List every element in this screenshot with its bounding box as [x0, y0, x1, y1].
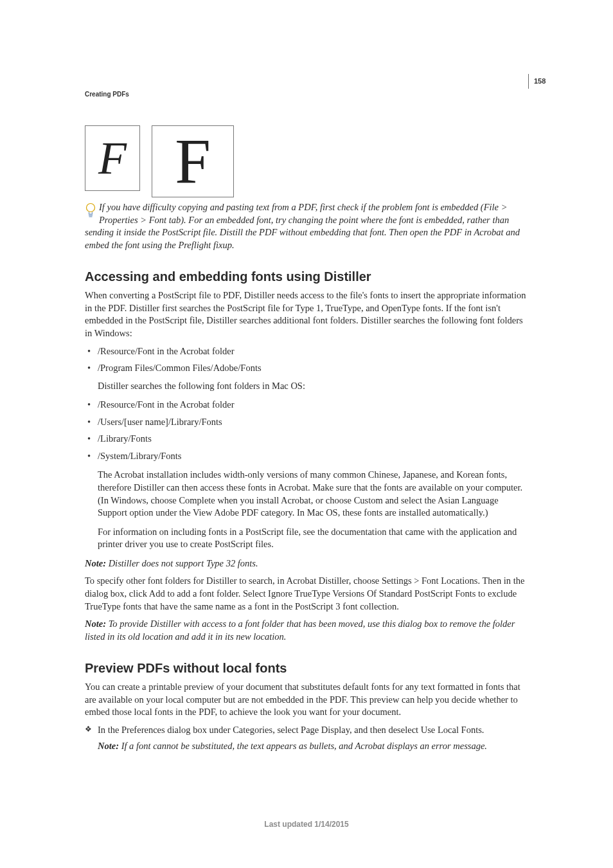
- list-item-text: /System/Library/Fonts: [98, 451, 182, 461]
- heading-distiller: Accessing and embedding fonts using Dist…: [85, 268, 528, 285]
- list-item: /Users/[user name]/Library/Fonts: [85, 416, 528, 429]
- distiller-intro: When converting a PostScript file to PDF…: [85, 289, 528, 339]
- note-type32: Note: Distiller does not support Type 32…: [85, 557, 528, 570]
- note-body: To provide Distiller with access to a fo…: [85, 619, 515, 642]
- mac-font-folders-list: /Resource/Font in the Acrobat folder /Us…: [85, 399, 528, 551]
- svg-point-0: [87, 204, 95, 212]
- list-item-text: /Program Files/Common Files/Adobe/Fonts: [98, 363, 262, 373]
- note-body: If a font cannot be substituted, the tex…: [119, 741, 487, 751]
- tip-text: If you have difficulty copying and pasti…: [85, 202, 520, 250]
- list-item: /Resource/Font in the Acrobat folder: [85, 399, 528, 411]
- note-label: Note:: [98, 741, 119, 751]
- note-moved-folder: Note: To provide Distiller with access t…: [85, 618, 528, 643]
- glyph-sample-script: F: [85, 125, 140, 191]
- preview-intro: You can create a printable preview of yo…: [85, 681, 528, 719]
- heading-preview: Preview PDFs without local fonts: [85, 660, 528, 677]
- page-content: F F If you have difficulty copying and p…: [85, 125, 528, 757]
- list-item: /Resource/Font in the Acrobat folder: [85, 345, 528, 358]
- specify-folders-paragraph: To specify other font folders for Distil…: [85, 575, 528, 613]
- windows-font-folders-list: /Resource/Font in the Acrobat folder /Pr…: [85, 345, 528, 393]
- note-body: Distiller does not support Type 32 fonts…: [106, 558, 258, 568]
- note-label: Note:: [85, 619, 106, 629]
- cjk-paragraph: The Acrobat installation includes width-…: [98, 469, 528, 519]
- list-item: /System/Library/Fonts The Acrobat instal…: [85, 450, 528, 551]
- list-item: /Program Files/Common Files/Adobe/Fonts …: [85, 362, 528, 392]
- step-text: In the Preferences dialog box under Cate…: [98, 725, 484, 735]
- section-header: Creating PDFs: [85, 90, 129, 99]
- mac-intro: Distiller searches the following font fo…: [98, 380, 528, 393]
- glyph-sample-serif: F: [152, 125, 234, 197]
- list-item: In the Preferences dialog box under Cate…: [85, 724, 528, 753]
- page-number: 158: [528, 74, 546, 89]
- list-item: /Library/Fonts: [85, 433, 528, 446]
- tip-paragraph: If you have difficulty copying and pasti…: [85, 201, 528, 251]
- preview-steps: In the Preferences dialog box under Cate…: [85, 724, 528, 753]
- glyph-illustration: F F: [85, 125, 528, 197]
- note-label: Note:: [85, 558, 106, 568]
- lightbulb-icon: [85, 203, 98, 221]
- footer-updated: Last updated 1/14/2015: [0, 819, 613, 829]
- info-paragraph: For information on including fonts in a …: [98, 526, 528, 551]
- note-substitute: Note: If a font cannot be substituted, t…: [98, 740, 528, 753]
